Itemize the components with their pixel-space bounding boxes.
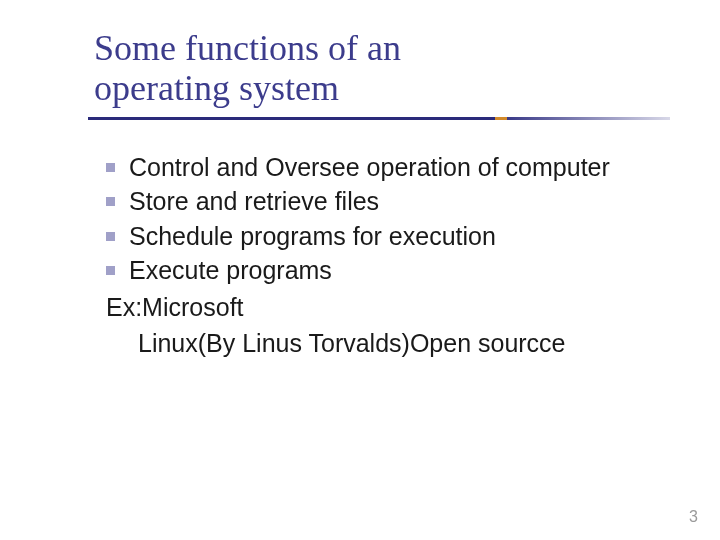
bullet-text: Control and Oversee operation of compute… <box>129 150 692 185</box>
list-item: Store and retrieve files <box>106 184 692 219</box>
title-line-2: operating system <box>94 68 339 108</box>
bullet-text: Store and retrieve files <box>129 184 692 219</box>
list-item: Schedule programs for execution <box>106 219 692 254</box>
list-item: Control and Oversee operation of compute… <box>106 150 692 185</box>
slide: Some functions of an operating system Co… <box>0 0 720 540</box>
list-item: Execute programs <box>106 253 692 288</box>
square-bullet-icon <box>106 163 115 172</box>
bullet-text: Execute programs <box>129 253 692 288</box>
bullet-text: Schedule programs for execution <box>129 219 692 254</box>
slide-body: Control and Oversee operation of compute… <box>94 150 692 361</box>
square-bullet-icon <box>106 197 115 206</box>
square-bullet-icon <box>106 232 115 241</box>
example-detail: Linux(By Linus Torvalds)Open sourcce <box>106 326 692 361</box>
page-number: 3 <box>689 508 698 526</box>
title-line-1: Some functions of an <box>94 28 401 68</box>
square-bullet-icon <box>106 266 115 275</box>
example-line: Ex:Microsoft <box>106 290 692 325</box>
slide-title: Some functions of an operating system <box>94 28 692 109</box>
title-underline <box>88 117 670 120</box>
